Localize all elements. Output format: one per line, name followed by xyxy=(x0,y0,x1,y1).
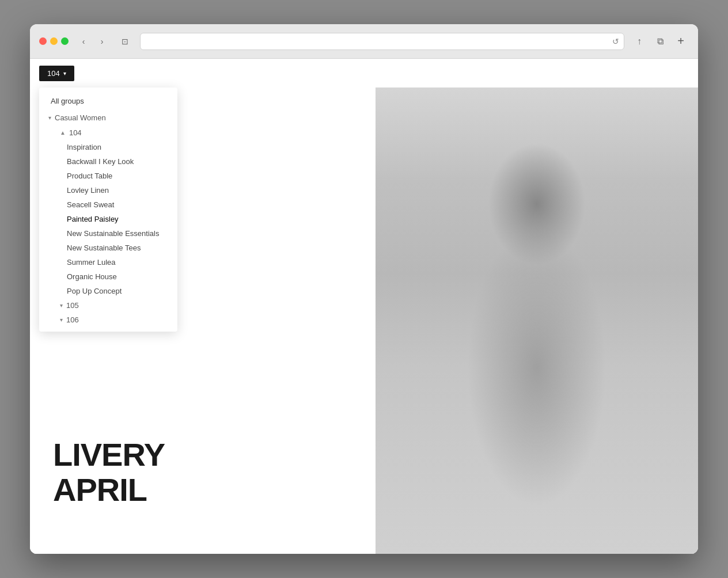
list-item[interactable]: New Sustainable Essentials xyxy=(67,226,177,241)
hero-line-1: LIVERY xyxy=(53,436,165,473)
subgroup-106-header[interactable]: ▾ 106 xyxy=(60,313,177,327)
dropdown-group-casual-women: ▾ Casual Women ▲ 104 Inspiration Backwal… xyxy=(39,110,177,327)
tab-overview-button[interactable]: ⧉ xyxy=(652,33,668,50)
woman-figure xyxy=(376,88,698,554)
subgroup-105-arrow-icon: ▾ xyxy=(60,302,63,309)
close-button[interactable] xyxy=(39,37,47,45)
hero-image xyxy=(376,88,698,554)
subgroup-105: ▾ 105 xyxy=(39,298,177,313)
sidebar-button[interactable]: ⊡ xyxy=(117,33,133,50)
subgroup-104-label: 104 xyxy=(69,128,82,137)
selected-group-label: 104 xyxy=(47,69,60,78)
traffic-lights xyxy=(39,37,69,45)
hero-text: LIVERY APRIL xyxy=(53,437,165,508)
list-item[interactable]: Organic House xyxy=(67,269,177,284)
selector-arrow-icon: ▾ xyxy=(63,70,66,77)
list-item[interactable]: Lovley Linen xyxy=(67,183,177,197)
subgroup-104: ▲ 104 Inspiration Backwall I Key Look Pr… xyxy=(39,126,177,298)
list-item[interactable]: Summer Lulea xyxy=(67,255,177,269)
list-item[interactable]: New Sustainable Tees xyxy=(67,241,177,255)
list-item[interactable]: Product Table xyxy=(67,169,177,183)
list-item[interactable]: Pop Up Concept xyxy=(67,284,177,298)
subgroup-106: ▾ 106 xyxy=(39,313,177,327)
casual-women-header[interactable]: ▾ Casual Women xyxy=(39,110,177,126)
minimize-button[interactable] xyxy=(50,37,58,45)
subgroup-105-header[interactable]: ▾ 105 xyxy=(60,298,177,313)
browser-actions: ↑ ⧉ + xyxy=(631,33,689,50)
dropdown-items-104: Inspiration Backwall I Key Look Product … xyxy=(60,140,177,298)
collapse-arrow-icon: ▾ xyxy=(48,115,51,121)
forward-button[interactable]: › xyxy=(94,33,110,50)
all-groups-option[interactable]: All groups xyxy=(39,92,177,110)
list-item[interactable]: Inspiration xyxy=(67,140,177,154)
subgroup-106-arrow-icon: ▾ xyxy=(60,317,63,323)
fullscreen-button[interactable] xyxy=(61,37,69,45)
painted-paisley-item[interactable]: Painted Paisley xyxy=(67,212,177,226)
subgroup-104-header[interactable]: ▲ 104 xyxy=(60,126,177,140)
new-tab-button[interactable]: + xyxy=(673,33,689,50)
hero-line-2: APRIL xyxy=(53,471,147,508)
subgroup-106-label: 106 xyxy=(66,315,79,324)
casual-women-label: Casual Women xyxy=(55,113,106,122)
share-button[interactable]: ↑ xyxy=(631,33,647,50)
reload-button[interactable]: ↺ xyxy=(612,37,619,46)
list-item[interactable]: Backwall I Key Look xyxy=(67,154,177,169)
subgroup-105-label: 105 xyxy=(66,301,79,310)
back-button[interactable]: ‹ xyxy=(75,33,92,50)
group-selector-button[interactable]: 104 ▾ xyxy=(39,66,74,81)
browser-chrome: ‹ › ⊡ ↺ ↑ ⧉ + xyxy=(30,24,698,59)
address-bar[interactable]: ↺ xyxy=(140,33,624,50)
browser-window: ‹ › ⊡ ↺ ↑ ⧉ + 104 ▾ All groups xyxy=(30,24,698,554)
dropdown-menu: All groups ▾ Casual Women ▲ 104 Inspirat… xyxy=(39,88,177,332)
page-content: 104 ▾ All groups ▾ Casual Women ▲ 104 xyxy=(30,59,698,554)
nav-buttons: ‹ › xyxy=(75,33,110,50)
list-item[interactable]: Seacell Sweat xyxy=(67,197,177,212)
toolbar: 104 ▾ xyxy=(30,59,698,88)
subgroup-104-arrow-icon: ▲ xyxy=(60,130,66,136)
